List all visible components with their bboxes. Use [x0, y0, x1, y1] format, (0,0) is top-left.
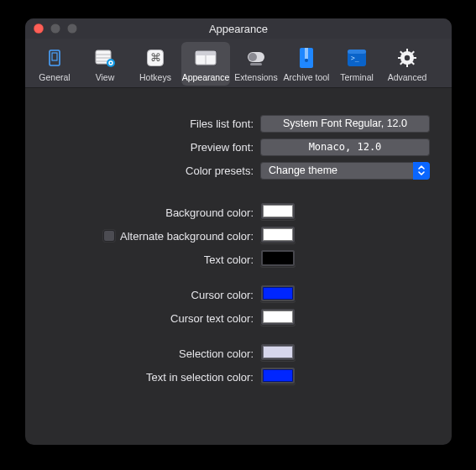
- files-list-font-label: Files list font:: [42, 118, 260, 130]
- tab-label: Advanced: [388, 72, 427, 82]
- svg-rect-26: [413, 57, 416, 59]
- svg-rect-1: [52, 53, 57, 60]
- tab-label: Appearance: [182, 72, 230, 82]
- view-icon: [92, 45, 118, 70]
- gear-icon: [395, 45, 420, 70]
- alternate-background-color-label: Alternate background color:: [120, 230, 254, 243]
- window-title: Appearance: [25, 23, 452, 35]
- svg-rect-15: [250, 63, 262, 65]
- tab-archive-tool[interactable]: Archive tool: [282, 42, 331, 86]
- tab-terminal[interactable]: >_ Terminal: [332, 42, 381, 86]
- preferences-toolbar: General View ⌘: [25, 39, 452, 88]
- svg-point-14: [248, 53, 257, 61]
- tab-hotkeys[interactable]: ⌘ Hotkeys: [131, 42, 180, 86]
- tab-label: General: [39, 72, 70, 82]
- background-color-label: Background color:: [42, 206, 260, 219]
- tab-label: Terminal: [340, 72, 374, 82]
- appearance-icon: [193, 45, 218, 70]
- preview-font-label: Preview font:: [42, 141, 260, 154]
- svg-rect-11: [196, 51, 216, 55]
- selection-color-well[interactable]: [260, 343, 296, 361]
- tab-extensions[interactable]: Extensions: [232, 42, 280, 86]
- color-presets-popup[interactable]: Change theme: [260, 162, 430, 180]
- svg-text:>_: >_: [351, 55, 359, 62]
- svg-rect-20: [348, 50, 366, 54]
- background-color-well[interactable]: [260, 202, 296, 220]
- svg-rect-23: [406, 49, 408, 52]
- tab-view[interactable]: View: [81, 42, 129, 86]
- text-color-well[interactable]: [260, 249, 296, 267]
- text-color-label: Text color:: [42, 253, 260, 266]
- svg-rect-17: [305, 48, 308, 59]
- cursor-color-label: Cursor color:: [42, 289, 260, 301]
- chevron-up-down-icon: [413, 162, 430, 180]
- color-presets-label: Color presets:: [42, 164, 260, 177]
- tab-appearance[interactable]: Appearance: [181, 42, 230, 86]
- tab-label: Extensions: [234, 72, 277, 82]
- appearance-form: Files list font: System Font Regular, 12…: [25, 88, 452, 405]
- svg-point-6: [107, 59, 115, 67]
- svg-point-31: [405, 55, 410, 60]
- preview-font-button[interactable]: Monaco, 12.0: [260, 138, 430, 156]
- files-list-font-button[interactable]: System Font Regular, 12.0: [260, 115, 430, 133]
- hotkeys-icon: ⌘: [143, 45, 168, 70]
- cursor-color-well[interactable]: [260, 285, 296, 302]
- terminal-icon: >_: [344, 45, 369, 70]
- close-window-button[interactable]: [34, 24, 44, 34]
- color-presets-value: Change theme: [260, 164, 413, 176]
- cursor-text-color-label: Cursor text color:: [42, 312, 260, 325]
- alternate-background-checkbox[interactable]: [103, 230, 115, 242]
- general-icon: [42, 45, 67, 70]
- svg-point-18: [305, 59, 308, 62]
- tab-general[interactable]: General: [30, 42, 79, 86]
- svg-text:⌘: ⌘: [150, 51, 161, 64]
- selection-color-label: Selection color:: [42, 347, 260, 360]
- tab-label: Archive tool: [284, 72, 330, 82]
- svg-rect-24: [406, 64, 408, 67]
- tab-label: View: [96, 72, 115, 82]
- text-in-selection-color-well[interactable]: [260, 367, 296, 384]
- titlebar: Appearance: [25, 18, 452, 39]
- archive-tool-icon: [294, 45, 319, 70]
- traffic-lights: [25, 24, 77, 34]
- tab-label: Hotkeys: [139, 72, 171, 82]
- cursor-text-color-well[interactable]: [260, 308, 296, 326]
- tab-advanced[interactable]: Advanced: [383, 42, 432, 86]
- zoom-window-button[interactable]: [67, 24, 77, 34]
- svg-rect-25: [398, 57, 401, 59]
- extensions-icon: [243, 45, 269, 70]
- preferences-window: Appearance General: [25, 18, 452, 445]
- text-in-selection-color-label: Text in selection color:: [42, 371, 260, 384]
- minimize-window-button[interactable]: [50, 24, 60, 34]
- alternate-background-color-well[interactable]: [260, 226, 296, 243]
